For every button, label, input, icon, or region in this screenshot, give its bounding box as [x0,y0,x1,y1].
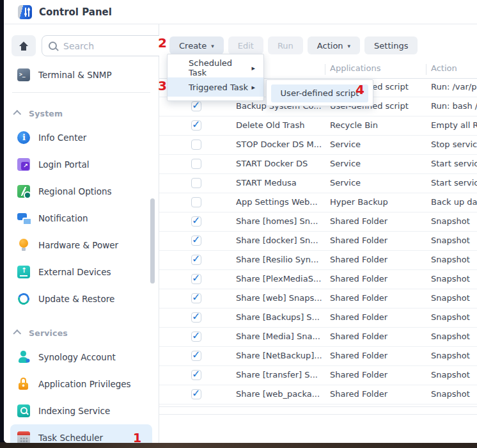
table-row[interactable]: Delete Old Trash Recycle Bin Empty all R [159,116,477,136]
synology-account-icon [17,351,30,364]
info-center-icon [17,131,30,144]
annotation-2: 2 [158,36,167,50]
task-name: Share [transfer] S... [236,370,327,380]
sidebar-item-synology-account[interactable]: Synology Account [4,344,159,371]
sidebar-item-task-scheduler[interactable]: Task Scheduler 1 [10,424,152,443]
window-title: Control Panel [39,6,112,18]
row-checkbox[interactable] [191,332,201,342]
row-checkbox[interactable] [191,351,201,361]
submenu-item-user-defined-script[interactable]: User-defined script [271,84,368,102]
table-row[interactable]: Share [web] Snaps... Shared Folder Snaps… [159,289,477,308]
task-application: Shared Folder [330,293,426,303]
task-name: Share [PlexMediaS... [236,274,327,284]
task-name: STOP Docker DS M... [236,140,327,149]
window-titlebar: Control Panel [4,0,477,24]
edit-button[interactable]: Edit ▾ [228,36,263,54]
task-action: Start servic [431,159,477,168]
table-row[interactable]: STOP Docker DS M... Service Stop servic [159,136,477,155]
sidebar-item-update-restore[interactable]: Update & Restore [4,285,159,312]
row-checkbox[interactable] [191,312,201,323]
table-row[interactable]: App Settings Web... Hyper Backup Back up… [159,193,477,212]
indexing-service-icon [17,404,30,417]
row-checkbox[interactable] [191,236,201,246]
sidebar-item-info-center[interactable]: Info Center [4,124,159,151]
row-checkbox[interactable] [191,159,201,169]
task-action: Snapshot [431,274,470,284]
sidebar-item-external-devices[interactable]: External Devices [4,259,159,285]
table-row[interactable]: START Docker DS Service Start servic [159,155,477,174]
row-checkbox[interactable] [191,216,201,227]
terminal-snmp-icon [17,68,30,81]
section-header[interactable]: Services [4,326,159,339]
annotation-3: 3 [158,79,167,93]
action-button[interactable]: Action ▾ [308,36,360,54]
update-restore-icon [17,292,30,305]
task-name: START Medusa [236,178,327,188]
table-row[interactable]: Share [transfer] S... Shared Folder Snap… [159,366,477,385]
table-row[interactable]: Share [homes] Sn... Shared Folder Snapsh… [159,212,477,232]
run-button[interactable]: Run ▾ [268,36,303,54]
control-panel-icon [18,5,32,19]
row-checkbox[interactable] [191,370,201,380]
sidebar-item-label: Hardware & Power [38,240,118,250]
row-checkbox[interactable] [191,389,201,399]
task-action: Empty all R [431,120,477,130]
sidebar-item-label: Regional Options [38,186,112,196]
row-checkbox[interactable] [191,120,201,131]
menu-item-triggered-task[interactable]: Triggered Task ▸ [168,77,263,97]
task-name: App Settings Web... [236,197,327,207]
row-checkbox[interactable] [191,101,201,111]
table-row[interactable]: Share [docker] Sn... Shared Folder Snaps… [159,232,477,251]
task-name: Share [NetBackup]... [236,351,327,360]
sidebar-item-indexing-service[interactable]: Indexing Service [4,397,159,424]
sidebar-item-notification[interactable]: Notification [4,205,159,232]
task-name: Share [Media] Sna... [236,332,327,341]
button-label: Action [317,41,343,51]
sidebar-item-terminal-snmp[interactable]: Terminal & SNMP [4,64,159,86]
row-checkbox[interactable] [191,197,201,207]
sidebar-item-label: Info Center [38,132,86,143]
submenu-arrow-icon: ▸ [251,64,255,72]
row-checkbox[interactable] [191,274,201,284]
sidebar-item-login-portal[interactable]: Login Portal [4,151,159,178]
notification-icon [17,212,30,225]
table-row[interactable]: Share [Media] Sna... Shared Folder Snaps… [159,328,477,347]
sidebar-divider [12,92,150,93]
task-action: Snapshot [431,389,470,399]
sidebar-scrollbar[interactable] [150,198,155,284]
sidebar-item-label: Task Scheduler [38,433,103,443]
sidebar-item-regional-options[interactable]: Regional Options [4,178,159,205]
table-row[interactable]: Share [PlexMediaS... Shared Folder Snaps… [159,270,477,289]
task-application: Shared Folder [330,255,426,264]
annotation-label: 2 [158,35,167,51]
panel-bottom-line [159,414,477,415]
task-name: Share [homes] Sn... [236,216,327,226]
section-header[interactable]: System [4,107,159,120]
task-name: Share [Resilio Syn... [236,255,327,264]
task-action: Snapshot [431,293,470,303]
table-row[interactable]: Share [Backups] S... Shared Folder Snaps… [159,308,477,328]
row-checkbox[interactable] [191,255,201,265]
section-label: System [29,109,63,118]
menu-item-scheduled-task[interactable]: Scheduled Task ▸ [168,58,263,77]
row-checkbox[interactable] [191,140,201,150]
sidebar-item-application-privileges[interactable]: Application Privileges [4,371,159,397]
column-header-action[interactable]: Action [431,63,457,73]
row-checkbox[interactable] [191,293,201,303]
table-row[interactable]: Share [Resilio Syn... Shared Folder Snap… [159,251,477,270]
task-action: Stop servic [431,140,477,149]
row-checkbox[interactable] [191,178,201,188]
task-action: Run: bash / [431,101,477,111]
external-devices-icon [17,266,30,278]
table-row[interactable]: Share [NetBackup]... Shared Folder Snaps… [159,347,477,366]
task-name: START Docker DS [236,159,327,168]
table-row[interactable]: START Medusa Service Start servic [159,174,477,193]
task-action: Snapshot [431,351,470,360]
table-row[interactable]: Share [web_packa... Shared Folder Snapsh… [159,385,477,404]
column-header-applications[interactable]: Applications [330,63,380,73]
create-button[interactable]: Create ▾ [169,36,224,54]
settings-button[interactable]: Settings ▾ [364,36,418,54]
home-button[interactable] [12,35,36,56]
task-application: Shared Folder [330,312,426,322]
sidebar-item-hardware-power[interactable]: Hardware & Power [4,232,159,259]
